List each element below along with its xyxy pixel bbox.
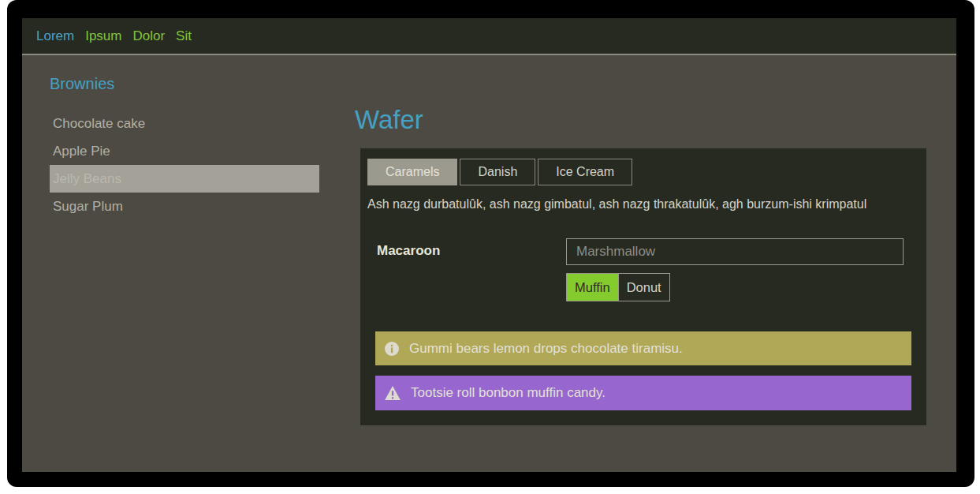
nav-link-lorem[interactable]: Lorem <box>36 28 74 44</box>
nav-link-sit[interactable]: Sit <box>176 28 192 44</box>
nav-link-dolor[interactable]: Dolor <box>132 28 165 44</box>
page-body: Brownies Chocolate cake Apple Pie Jelly … <box>22 55 956 472</box>
marshmallow-input[interactable] <box>566 238 904 265</box>
toggle-group: Muffin Donut <box>566 273 904 301</box>
panel-paragraph: Ash nazg durbatulûk, ash nazg gimbatul, … <box>367 196 919 213</box>
toggle-donut[interactable]: Donut <box>619 273 670 301</box>
warning-alert-text: Tootsie roll bonbon muffin candy. <box>411 385 606 401</box>
tab-caramels[interactable]: Caramels <box>367 159 457 185</box>
macaroon-label: Macaroon <box>367 238 566 301</box>
sidebar: Brownies Chocolate cake Apple Pie Jelly … <box>22 55 355 472</box>
nav-link-ipsum[interactable]: Ipsum <box>85 28 121 44</box>
sidebar-heading: Brownies <box>50 75 355 93</box>
app-window: Lorem Ipsum Dolor Sit Brownies Chocolate… <box>7 0 974 487</box>
toggle-muffin[interactable]: Muffin <box>566 273 619 301</box>
tab-bar: Caramels Danish Ice Cream <box>367 159 919 185</box>
form-controls: Muffin Donut <box>566 238 904 301</box>
info-icon <box>385 342 399 356</box>
sidebar-item-chocolate-cake[interactable]: Chocolate cake <box>50 110 319 137</box>
warning-alert: Tootsie roll bonbon muffin candy. <box>375 376 911 410</box>
sidebar-item-apple-pie[interactable]: Apple Pie <box>50 137 319 165</box>
sidebar-item-jelly-beans[interactable]: Jelly Beans <box>50 165 319 193</box>
info-alert-text: Gummi bears lemon drops chocolate tirami… <box>409 341 683 357</box>
page-title: Wafer <box>355 103 956 137</box>
warning-icon <box>385 386 401 400</box>
info-alert: Gummi bears lemon drops chocolate tirami… <box>375 331 911 365</box>
sidebar-item-sugar-plum[interactable]: Sugar Plum <box>50 193 319 220</box>
main-content: Wafer Caramels Danish Ice Cream Ash nazg… <box>355 55 956 472</box>
top-navbar: Lorem Ipsum Dolor Sit <box>22 18 956 55</box>
sidebar-list: Chocolate cake Apple Pie Jelly Beans Sug… <box>22 110 355 220</box>
tab-ice-cream[interactable]: Ice Cream <box>538 159 632 185</box>
content-panel: Caramels Danish Ice Cream Ash nazg durba… <box>360 148 926 425</box>
form-row: Macaroon Muffin Donut <box>367 238 919 301</box>
tab-danish[interactable]: Danish <box>460 159 535 185</box>
app-root: Lorem Ipsum Dolor Sit Brownies Chocolate… <box>22 18 956 472</box>
